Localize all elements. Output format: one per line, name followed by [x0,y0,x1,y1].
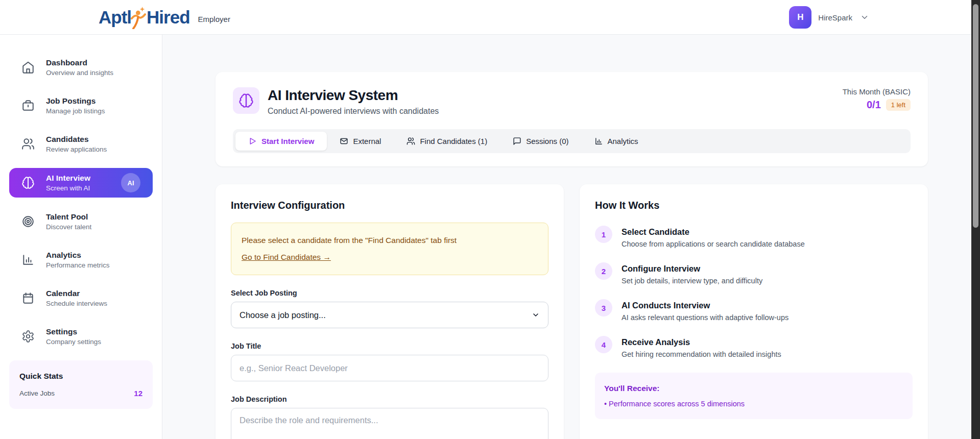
bar-chart-icon [21,253,35,266]
tab-label: Analytics [608,137,638,145]
step-description: AI asks relevant questions with adaptive… [622,313,788,322]
ai-badge: AI [121,173,140,192]
mail-icon [340,137,348,145]
tab-find-candidates[interactable]: Find Candidates (1) [394,132,500,151]
how-it-works-step: 1 Select Candidate Choose from applicati… [595,226,913,248]
sidebar-item-candidates[interactable]: Candidates Review applications [9,130,153,158]
bar-chart-icon [594,137,603,145]
interview-configuration-card: Interview Configuration Please select a … [216,184,564,439]
step-number: 3 [595,299,612,316]
tab-label: Start Interview [261,137,314,145]
tab-label: External [353,137,381,145]
how-it-works-step: 3 AI Conducts Interview AI asks relevant… [595,299,913,322]
step-title: AI Conducts Interview [622,301,788,310]
chevron-down-icon[interactable] [860,13,869,22]
logo-text-part2: Hired [147,7,189,28]
sidebar-item-analytics[interactable]: Analytics Performance metrics [9,246,153,274]
user-menu[interactable]: H HireSpark [789,0,869,35]
sidebar-item-sublabel: Company settings [46,338,140,346]
briefcase-icon [21,99,35,112]
job-posting-select[interactable]: Choose a job posting... [231,302,548,328]
scrollbar-thumb[interactable] [973,4,978,228]
sidebar-item-sublabel: Overview and insights [46,69,140,77]
home-icon [21,61,35,74]
sidebar-item-dashboard[interactable]: Dashboard Overview and insights [9,53,153,82]
main-content: AI Interview System Conduct AI-powered i… [163,0,980,439]
page-scrollbar[interactable] [971,0,980,439]
usage-remaining-badge: 1 left [886,99,911,111]
config-title: Interview Configuration [231,200,548,211]
play-icon [248,137,257,145]
candidate-warning: Please select a candidate from the "Find… [231,223,548,275]
tab-analytics[interactable]: Analytics [582,132,651,151]
chat-icon [513,137,521,145]
youll-receive-title: You'll Receive: [604,384,903,393]
users-icon [407,137,415,145]
step-description: Choose from applications or search candi… [622,240,805,248]
go-to-find-candidates-link[interactable]: Go to Find Candidates → [242,253,331,262]
user-name: HireSpark [818,13,852,22]
tab-label: Find Candidates (1) [420,137,487,145]
step-title: Receive Analysis [622,337,781,347]
sidebar-item-label: Calendar [46,289,140,298]
logo-person-icon [130,6,148,29]
sidebar-item-sublabel: Discover talent [46,223,140,231]
usage-count: 0/1 [867,99,881,111]
top-header: Aptl Hired Employer H HireSpark [0,0,980,35]
step-number: 4 [595,336,612,353]
sidebar: Dashboard Overview and insights Job Post… [0,35,162,439]
step-description: Set job details, interview type, and dif… [622,277,762,285]
youll-receive-item: • Performance scores across 5 dimensions [604,400,903,408]
brain-icon [21,176,35,189]
quick-stats-panel: Quick Stats Active Jobs 12 [9,360,153,409]
ai-interview-header-card: AI Interview System Conduct AI-powered i… [216,72,928,166]
brain-icon [233,87,259,114]
warning-message: Please select a candidate from the "Find… [242,236,538,245]
job-title-input[interactable] [231,355,548,381]
sidebar-item-calendar[interactable]: Calendar Schedule interviews [9,284,153,312]
users-icon [21,137,35,151]
job-title-label: Job Title [231,342,548,350]
sidebar-item-sublabel: Manage job listings [46,107,140,115]
avatar[interactable]: H [789,6,811,29]
tab-external[interactable]: External [327,132,394,151]
youll-receive-panel: You'll Receive: • Performance scores acr… [595,373,913,419]
sidebar-item-job-postings[interactable]: Job Postings Manage job listings [9,91,153,120]
quick-stats-value: 12 [134,389,142,398]
gear-icon [21,330,35,343]
job-description-textarea[interactable] [231,408,548,439]
quick-stats-title: Quick Stats [19,372,142,381]
sidebar-item-sublabel: Review applications [46,145,140,153]
sidebar-item-sublabel: Screen with AI [46,184,110,192]
step-number: 1 [595,226,612,243]
usage-period: This Month (BASIC) [843,87,911,96]
job-posting-label: Select Job Posting [231,289,548,297]
tab-bar: Start Interview External Find Candidates… [233,129,911,153]
how-it-works-card: How It Works 1 Select Candidate Choose f… [580,184,928,439]
step-title: Configure Interview [622,264,762,274]
sidebar-item-label: AI Interview [46,174,110,183]
chevron-down-icon [532,311,540,319]
logo-text-part1: Aptl [99,7,131,28]
step-number: 2 [595,262,612,280]
job-description-label: Job Description [231,395,548,403]
app-logo[interactable]: Aptl Hired Employer [99,6,230,29]
step-description: Get hiring recommendation with detailed … [622,350,781,358]
sidebar-item-sublabel: Schedule interviews [46,300,140,307]
target-icon [21,215,35,228]
sidebar-item-ai-interview[interactable]: AI Interview Screen with AI AI [9,168,153,198]
tab-sessions[interactable]: Sessions (0) [500,132,581,151]
sidebar-item-sublabel: Performance metrics [46,261,140,269]
page-subtitle: Conduct AI-powered interviews with candi… [268,107,439,116]
tab-start-interview[interactable]: Start Interview [235,132,327,151]
sidebar-item-label: Settings [46,327,140,336]
page-title: AI Interview System [268,87,439,104]
sidebar-item-settings[interactable]: Settings Company settings [9,322,153,351]
quick-stats-row: Active Jobs 12 [19,389,142,398]
step-title: Select Candidate [622,227,805,237]
tab-label: Sessions (0) [526,137,568,145]
sidebar-item-talent-pool[interactable]: Talent Pool Discover talent [9,207,153,236]
quick-stats-label: Active Jobs [19,389,55,397]
sidebar-item-label: Candidates [46,135,140,144]
how-it-works-step: 2 Configure Interview Set job details, i… [595,262,913,285]
